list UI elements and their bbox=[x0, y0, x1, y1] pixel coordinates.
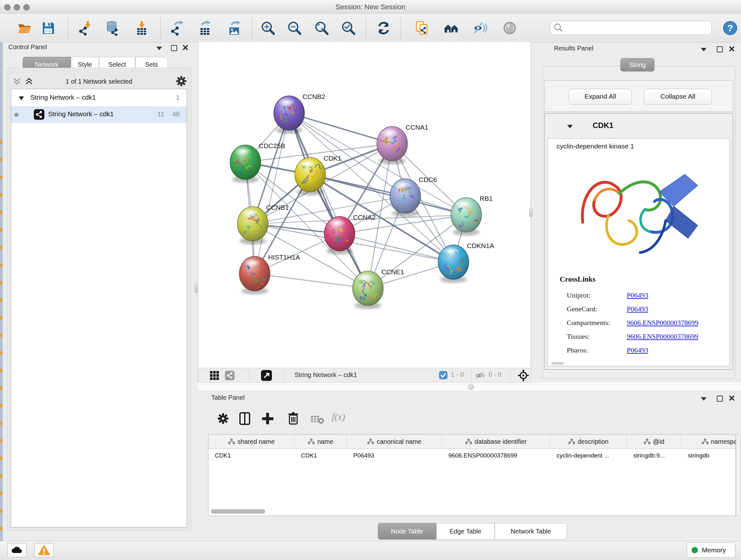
network-collection-count: 1 bbox=[176, 94, 180, 101]
control-panel-float-icon[interactable] bbox=[171, 45, 177, 51]
refresh-layout-icon[interactable] bbox=[376, 20, 391, 36]
right-splitter-handle[interactable] bbox=[529, 207, 533, 217]
search-field[interactable] bbox=[550, 21, 712, 35]
open-session-icon[interactable] bbox=[17, 20, 32, 36]
network-node-CCNB2[interactable] bbox=[274, 96, 305, 134]
tab-network-table[interactable]: Network Table bbox=[495, 523, 567, 540]
search-input[interactable] bbox=[564, 22, 706, 33]
network-selection-status: 1 of 1 Network selected bbox=[38, 78, 159, 85]
column-header-shared-name[interactable]: shared name bbox=[208, 435, 294, 449]
cell-canonical-name[interactable]: P06493 bbox=[347, 449, 442, 462]
add-column-icon[interactable] bbox=[261, 412, 274, 427]
hide-graphics-details-icon[interactable] bbox=[473, 20, 488, 36]
splitter-handle[interactable] bbox=[468, 384, 474, 390]
grid-view-icon[interactable] bbox=[210, 371, 219, 381]
column-header-name[interactable]: name bbox=[294, 435, 347, 449]
network-node-CCNE1[interactable] bbox=[353, 271, 383, 309]
zoom-selected-icon[interactable] bbox=[341, 20, 356, 36]
network-node-CCNB1[interactable] bbox=[238, 206, 268, 245]
delete-table-icon[interactable] bbox=[310, 414, 325, 426]
zoom-fit-icon[interactable] bbox=[314, 20, 329, 36]
zoom-in-icon[interactable] bbox=[260, 20, 276, 36]
crosslink-link[interactable]: 9606.ENSP00000378699 bbox=[627, 332, 698, 341]
network-row[interactable]: String Network – cdk1 11 48 bbox=[11, 106, 187, 123]
expand-all-button[interactable]: Expand All bbox=[569, 89, 632, 105]
home-icon[interactable] bbox=[444, 20, 459, 36]
memory-button[interactable]: Memory bbox=[687, 543, 735, 558]
table-row[interactable]: CDK1CDK1P064939606.ENSP00000378699cyclin… bbox=[208, 449, 736, 462]
selected-checkbox-icon[interactable] bbox=[439, 371, 448, 381]
birds-eye-view-icon[interactable] bbox=[502, 20, 517, 36]
table-panel-menu-icon[interactable] bbox=[701, 397, 706, 401]
window-title: Session: New Session bbox=[0, 3, 741, 11]
crosslink-link[interactable]: 9606.ENSP00000378699 bbox=[627, 319, 698, 327]
collapse-all-button[interactable]: Collapse All bbox=[644, 89, 712, 105]
control-panel-close-icon[interactable] bbox=[182, 44, 189, 52]
cell-database-identifier[interactable]: 9606.ENSP00000378699 bbox=[442, 449, 550, 462]
export-image-icon[interactable] bbox=[227, 20, 242, 36]
delete-column-trash-icon[interactable] bbox=[286, 411, 300, 426]
crosslink-label: Pharos: bbox=[567, 346, 588, 354]
help-icon[interactable]: ? bbox=[723, 20, 738, 36]
birdseye-toggle-icon[interactable] bbox=[517, 369, 529, 383]
network-collection-row[interactable]: String Network – cdk1 1 bbox=[11, 90, 187, 106]
network-node-CDC25B[interactable] bbox=[230, 145, 261, 183]
hidden-eye-icon[interactable] bbox=[475, 371, 485, 381]
show-columns-icon[interactable] bbox=[239, 412, 252, 427]
crosslink-link[interactable]: P06493 bbox=[627, 305, 648, 313]
tab-string[interactable]: String bbox=[620, 58, 655, 71]
horizontal-splitter[interactable] bbox=[198, 382, 741, 391]
table-settings-gear-icon[interactable] bbox=[216, 412, 230, 427]
column-header-namespace[interactable]: namespace bbox=[681, 435, 736, 449]
clone-network-icon[interactable] bbox=[415, 20, 430, 36]
results-panel-close-icon[interactable] bbox=[728, 45, 735, 54]
expand-all-networks-icon[interactable] bbox=[24, 77, 34, 87]
network-graph[interactable]: CCNB2CCNA1CDC25BCDK1CDC6RB1CCNB1CCNA2CDK… bbox=[198, 42, 531, 367]
left-splitter-handle[interactable] bbox=[195, 284, 198, 293]
save-session-icon[interactable] bbox=[41, 20, 56, 36]
table-hscrollbar-thumb[interactable] bbox=[211, 509, 265, 514]
tab-node-table[interactable]: Node Table bbox=[378, 523, 436, 540]
network-node-CDKN1A[interactable] bbox=[438, 245, 469, 283]
network-canvas[interactable]: CCNB2CCNA1CDC25BCDK1CDC6RB1CCNB1CCNA2CDK… bbox=[198, 42, 531, 368]
export-network-icon[interactable] bbox=[170, 20, 185, 36]
crosslink-link[interactable]: P06493 bbox=[627, 291, 648, 300]
import-table-icon[interactable] bbox=[134, 20, 149, 36]
network-node-RB1[interactable] bbox=[451, 198, 482, 236]
crosslink-link[interactable]: P06493 bbox=[627, 346, 648, 354]
tab-edge-table[interactable]: Edge Table bbox=[436, 523, 495, 540]
cell-namespace[interactable]: stringdb bbox=[681, 449, 736, 462]
zoom-out-icon[interactable] bbox=[287, 20, 302, 36]
detach-view-icon[interactable] bbox=[261, 370, 272, 382]
network-view-icon[interactable] bbox=[225, 371, 234, 381]
network-node-HIST1H1A[interactable] bbox=[239, 256, 270, 294]
memory-ok-dot-icon bbox=[691, 547, 698, 553]
results-panel-menu-icon[interactable] bbox=[701, 48, 706, 51]
column-header-database-identifier[interactable]: database identifier bbox=[442, 435, 550, 449]
cell-shared-name[interactable]: CDK1 bbox=[208, 449, 294, 462]
cloud-status-button[interactable] bbox=[7, 543, 26, 557]
network-options-gear-icon[interactable] bbox=[175, 75, 188, 89]
warning-status-button[interactable] bbox=[35, 543, 54, 557]
column-header--id[interactable]: @id bbox=[627, 435, 681, 449]
control-panel-menu-icon[interactable] bbox=[156, 47, 162, 50]
background-window-tick bbox=[0, 422, 2, 425]
collapse-all-networks-icon[interactable] bbox=[12, 77, 22, 87]
import-network-database-icon[interactable] bbox=[105, 20, 120, 36]
table-panel-close-icon[interactable] bbox=[728, 395, 735, 403]
background-window-tick bbox=[0, 369, 2, 372]
crosslinks-scrollbar[interactable] bbox=[551, 362, 563, 365]
function-builder-icon[interactable]: f(x) bbox=[332, 411, 345, 422]
table-vscrollbar[interactable] bbox=[736, 434, 741, 516]
import-network-file-icon[interactable] bbox=[78, 20, 93, 36]
column-header-description[interactable]: description bbox=[550, 435, 627, 449]
export-table-icon[interactable] bbox=[197, 20, 212, 36]
gene-collapse-icon[interactable] bbox=[567, 125, 573, 128]
network-node-CCNA1[interactable] bbox=[377, 126, 408, 165]
cell-name[interactable]: CDK1 bbox=[294, 449, 347, 462]
results-panel-float-icon[interactable] bbox=[717, 46, 723, 52]
cell--id[interactable]: stringdb:9... bbox=[627, 449, 681, 462]
table-panel-float-icon[interactable] bbox=[717, 395, 723, 401]
cell-description[interactable]: cyclin-dependent ... bbox=[550, 449, 627, 462]
column-header-canonical-name[interactable]: canonical name bbox=[347, 435, 442, 449]
